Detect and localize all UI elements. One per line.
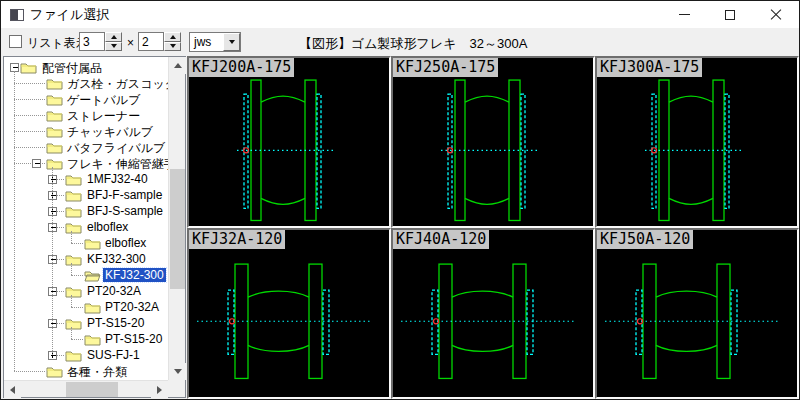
folder-icon xyxy=(65,205,82,218)
folder-icon xyxy=(46,109,63,122)
tree-item-label: BFJ-F-sample xyxy=(85,188,164,202)
tree-item-elboflex[interactable]: elboflex xyxy=(4,219,168,235)
tree-item-label: KFJ32-300 xyxy=(103,268,166,282)
collapse-icon[interactable] xyxy=(32,159,41,168)
maximize-icon xyxy=(725,10,735,20)
tree-item-チャッキバルブ[interactable]: チャッキバルブ xyxy=(4,123,168,139)
columns-input[interactable] xyxy=(79,32,105,51)
tree-vertical-scrollbar[interactable] xyxy=(168,57,185,380)
tree-item-配管付属品[interactable]: 配管付属品 xyxy=(4,59,168,75)
scroll-left-icon xyxy=(10,386,15,394)
tree-item-KFJ32-300[interactable]: KFJ32-300 xyxy=(4,267,168,283)
scroll-up-icon xyxy=(174,63,182,68)
vertical-scroll-thumb[interactable] xyxy=(170,169,185,289)
tree-item-PT20-32A[interactable]: PT20-32A xyxy=(4,299,168,315)
folder-icon xyxy=(65,221,82,234)
tree-rail xyxy=(71,327,72,339)
minimize-icon xyxy=(679,14,690,15)
figure-drawing xyxy=(189,230,389,398)
tree-connector xyxy=(14,131,45,132)
close-icon xyxy=(770,9,782,21)
dropdown-button[interactable] xyxy=(223,33,240,51)
figure-cell-KFJ200A-175[interactable]: KFJ200A-175 xyxy=(187,56,391,228)
scroll-down-button[interactable] xyxy=(169,363,186,380)
tree-item-PT20-32A[interactable]: PT20-32A xyxy=(4,283,168,299)
tree-item-label: elboflex xyxy=(103,236,148,250)
figure-name-label: KFJ250A-175 xyxy=(393,58,498,77)
folder-icon xyxy=(46,365,63,378)
tree-item-バタフライバルブ[interactable]: バタフライバルブ xyxy=(4,139,168,155)
folder-icon xyxy=(46,157,63,170)
figure-cell-KFJ300A-175[interactable]: KFJ300A-175 xyxy=(595,56,799,228)
up-arrow-icon xyxy=(111,35,117,39)
tree-item-elboflex[interactable]: elboflex xyxy=(4,235,168,251)
tree-item-KFJ32-300[interactable]: KFJ32-300 xyxy=(4,251,168,267)
figure-name-label: KFJ300A-175 xyxy=(597,58,702,77)
times-label: × xyxy=(127,36,134,50)
figure-set-title: 【図形】ゴム製球形フレキ 32～300A xyxy=(299,35,527,53)
tree-item-各種・弁類[interactable]: 各種・弁類 xyxy=(4,363,168,379)
window-title: ファイル選択 xyxy=(30,6,109,24)
close-button[interactable] xyxy=(753,1,799,28)
tree-item-label: SUS-FJ-1 xyxy=(85,348,142,362)
filetype-value: jws xyxy=(190,33,223,51)
tree-connector xyxy=(14,147,45,148)
tree-connector xyxy=(14,115,45,116)
tree-item-PT-S15-20[interactable]: PT-S15-20 xyxy=(4,315,168,331)
tree-item-ゲートバルブ[interactable]: ゲートバルブ xyxy=(4,91,168,107)
tree-item-ガス栓・ガスコック[interactable]: ガス栓・ガスコック xyxy=(4,75,168,91)
tree-item-1MFJ32-40[interactable]: 1MFJ32-40 xyxy=(4,171,168,187)
title-bar: ファイル選択 xyxy=(1,1,799,28)
main-area: 配管付属品ガス栓・ガスコックゲートバルブストレーナーチャッキバルブバタフライバル… xyxy=(1,56,799,399)
tree-connector xyxy=(14,83,45,84)
tree-connector xyxy=(71,339,83,340)
rows-stepper[interactable] xyxy=(164,32,181,51)
tree-item-ストレーナー[interactable]: ストレーナー xyxy=(4,107,168,123)
minimize-button[interactable] xyxy=(661,1,707,28)
columns-up-button[interactable] xyxy=(105,32,122,42)
tree-item-BFJ-S-sample[interactable]: BFJ-S-sample xyxy=(4,203,168,219)
tree-item-label: PT20-32A xyxy=(85,284,143,298)
folder-icon xyxy=(84,333,101,346)
tree-item-label: PT-S15-20 xyxy=(103,332,164,346)
open-folder-icon xyxy=(84,269,101,282)
tree-item-label: 1MFJ32-40 xyxy=(85,172,150,186)
figure-cell-KFJ50A-120[interactable]: KFJ50A-120 xyxy=(595,228,799,400)
filetype-dropdown[interactable]: jws xyxy=(189,32,241,52)
figure-cell-KFJ40A-120[interactable]: KFJ40A-120 xyxy=(391,228,595,400)
figure-name-label: KFJ50A-120 xyxy=(597,230,693,249)
figure-drawing xyxy=(597,230,797,398)
down-arrow-icon xyxy=(170,44,176,48)
tree-horizontal-scrollbar[interactable] xyxy=(4,380,168,397)
tree-item-フレキ・伸縮管継手[interactable]: フレキ・伸縮管継手 xyxy=(4,155,168,171)
rows-up-button[interactable] xyxy=(164,32,181,42)
folder-icon xyxy=(46,125,63,138)
app-icon xyxy=(10,9,24,21)
tree-item-label: PT20-32A xyxy=(103,300,161,314)
tree-item-BFJ-F-sample[interactable]: BFJ-F-sample xyxy=(4,187,168,203)
figure-drawing xyxy=(189,58,389,226)
toolbar: リスト表示 × jws 【図形】ゴム製球形フレキ 32～300A xyxy=(1,28,799,56)
horizontal-scroll-thumb[interactable] xyxy=(66,382,118,397)
folder-icon xyxy=(84,301,101,314)
rows-down-button[interactable] xyxy=(164,42,181,52)
tree-item-SUS-FJ-1[interactable]: SUS-FJ-1 xyxy=(4,347,168,363)
scroll-up-button[interactable] xyxy=(169,57,186,74)
columns-down-button[interactable] xyxy=(105,42,122,52)
tree-rail xyxy=(71,263,72,275)
maximize-button[interactable] xyxy=(707,1,753,28)
rows-input[interactable] xyxy=(138,32,164,51)
figure-cell-KFJ32A-120[interactable]: KFJ32A-120 xyxy=(187,228,391,400)
scroll-left-button[interactable] xyxy=(4,381,21,398)
scroll-right-button[interactable] xyxy=(151,381,168,398)
columns-stepper[interactable] xyxy=(105,32,122,51)
list-view-checkbox[interactable] xyxy=(9,35,22,48)
tree-connector xyxy=(14,371,45,372)
folder-icon xyxy=(84,237,101,250)
figure-drawing xyxy=(393,58,593,226)
tree-item-PT-S15-20[interactable]: PT-S15-20 xyxy=(4,331,168,347)
up-arrow-icon xyxy=(170,35,176,39)
figure-drawing xyxy=(597,58,797,226)
folder-icon xyxy=(20,61,37,74)
figure-cell-KFJ250A-175[interactable]: KFJ250A-175 xyxy=(391,56,595,228)
